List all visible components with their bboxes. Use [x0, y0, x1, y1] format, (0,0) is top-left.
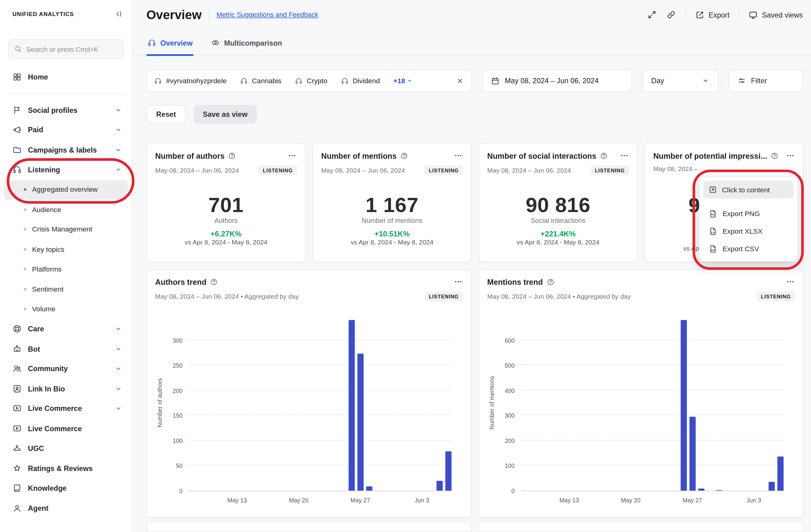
tvplay-icon	[12, 404, 21, 413]
sidebar-subitem-sentiment[interactable]: Sentiment	[4, 279, 128, 299]
sidebar-item-paid[interactable]: Paid	[4, 120, 128, 140]
sidebar-item-live-commerce[interactable]: Live Commerce	[4, 419, 128, 439]
metric-suggestions-link[interactable]: Metric Suggestions and Feedback	[216, 11, 318, 19]
bullet-icon	[24, 228, 26, 231]
sidebar-item-label: UGC	[28, 444, 123, 453]
help-icon[interactable]	[228, 152, 236, 159]
sidebar-item-community[interactable]: Community	[4, 359, 128, 379]
help-icon[interactable]	[210, 278, 218, 286]
menu-item-export-png[interactable]: PNGExport PNG	[703, 205, 793, 222]
sidebar-collapse-button[interactable]	[113, 9, 122, 18]
sidebar-item-label: Home	[28, 73, 123, 81]
bullet-icon	[24, 188, 26, 191]
bar	[768, 482, 775, 491]
date-range-picker[interactable]: May 08, 2024 – Jun 06, 2024	[482, 69, 632, 92]
query-pill-vyrvatnohyzprdele[interactable]: #vyrvatnohyzprdele	[154, 77, 227, 84]
main-content: Overview Metric Suggestions and Feedback…	[132, 0, 811, 532]
chart-menu-button[interactable]	[454, 277, 463, 286]
chart-title: Authors trend	[155, 277, 206, 286]
copy-link-button[interactable]	[666, 10, 676, 20]
card-menu-button[interactable]	[619, 151, 629, 160]
venn-icon	[211, 38, 220, 47]
help-icon[interactable]	[600, 152, 608, 159]
menu-item-export-csv[interactable]: CSVExport CSV	[703, 240, 793, 257]
divider	[739, 9, 739, 21]
sidebar-subitem-audience[interactable]: Audience	[4, 200, 128, 219]
help-icon[interactable]	[547, 278, 554, 286]
sidebar-header: UNIFIED ANALYTICS	[0, 0, 132, 25]
sidebar-subitem-label: Platforms	[32, 265, 62, 273]
sidebar-item-ratings-reviews[interactable]: Ratings & Reviews	[4, 458, 128, 479]
sidebar-subitem-aggregated-overview[interactable]: Aggregated overview	[4, 180, 128, 200]
sidebar-subitem-crisis-management[interactable]: Crisis Management	[4, 219, 128, 239]
tab-overview[interactable]: Overview	[147, 38, 194, 55]
chart-card-authors-trend: Authors trendMay 08, 2024 – Jun 06, 2024…	[147, 269, 472, 517]
sidebar-item-agent[interactable]: Agent	[4, 498, 128, 518]
sidebar-item-social-profiles[interactable]: Social profiles	[4, 100, 128, 120]
bar	[366, 487, 372, 491]
bar	[716, 490, 722, 491]
card-delta: +6.27K%	[155, 230, 297, 238]
chart-subtitle: May 08, 2024 – Jun 06, 2024 • Aggregated…	[155, 293, 299, 300]
sidebar-subitem-volume[interactable]: Volume	[4, 299, 128, 319]
sidebar-item-link-in-bio[interactable]: Link In Bio	[4, 379, 128, 399]
listening-queries-filter[interactable]: #vyrvatnohyzprdeleCannabisCryptoDividend…	[147, 69, 472, 92]
sidebar-item-campaigns-labels[interactable]: Campaigns & labels	[4, 140, 128, 160]
query-pill-crypto[interactable]: Crypto	[295, 77, 327, 84]
card-menu-button[interactable]	[454, 151, 463, 160]
clear-queries-button[interactable]	[456, 77, 464, 84]
search-input[interactable]	[27, 45, 118, 53]
search-box[interactable]	[8, 39, 124, 59]
y-tick-label: 150	[160, 412, 183, 420]
topbar: Overview Metric Suggestions and Feedback…	[132, 0, 811, 30]
query-pill-dividend[interactable]: Dividend	[341, 77, 380, 84]
svg-text:XLSX: XLSX	[710, 231, 716, 233]
plot-area: 0100200300400500600May 13May 20May 27Jun…	[521, 315, 784, 491]
help-icon[interactable]	[770, 152, 778, 159]
fullscreen-button[interactable]	[647, 10, 657, 20]
x-tick-label: May 20	[280, 496, 317, 504]
brand-logo: UNIFIED ANALYTICS	[12, 11, 74, 17]
saved-views-button[interactable]: Saved views	[749, 10, 803, 19]
chart-menu-button[interactable]	[786, 277, 795, 286]
sidebar-item-listening[interactable]: Listening	[4, 160, 128, 180]
menu-item-export-xlsx[interactable]: XLSXExport XLSX	[703, 222, 793, 240]
sidebar-subitem-key-topics[interactable]: Key topics	[4, 239, 128, 260]
granularity-select[interactable]: Day	[642, 69, 719, 92]
query-pill-cannabis[interactable]: Cannabis	[240, 77, 281, 84]
sidebar-item-home[interactable]: Home	[4, 67, 128, 87]
x-tick-label: May 13	[551, 496, 587, 504]
more-queries-button[interactable]: +18	[393, 77, 413, 84]
sidebar-item-care[interactable]: Care	[4, 319, 128, 339]
expand-icon	[647, 10, 657, 20]
card-title: Number of authors	[155, 151, 225, 160]
save-as-view-button[interactable]: Save as view	[194, 105, 257, 123]
filters-row: #vyrvatnohyzprdeleCannabisCryptoDividend…	[147, 69, 804, 92]
sidebar-item-label: Campaigns & labels	[28, 146, 108, 154]
reset-button[interactable]: Reset	[147, 105, 186, 123]
x-tick-label: May 27	[674, 496, 710, 504]
sidebar-item-label: Social profiles	[28, 106, 108, 114]
sidebar-item-knowledge[interactable]: Knowledge	[4, 479, 128, 498]
menu-item-click-to-content[interactable]: Click to content	[703, 181, 793, 199]
card-menu-button[interactable]	[288, 151, 297, 160]
headphones-icon	[12, 165, 21, 174]
x-tick-label: May 27	[342, 496, 378, 504]
sidebar: UNIFIED ANALYTICS HomeSocial profilesPai…	[0, 0, 132, 532]
sidebar-item-live-commerce[interactable]: Live Commerce	[4, 398, 128, 419]
card-menu-button[interactable]	[786, 151, 795, 160]
filter-label: Filter	[751, 76, 767, 85]
y-tick-label: 250	[160, 362, 183, 370]
sidebar-item-bot[interactable]: Bot	[4, 339, 128, 359]
plot-area: 050100150200250300May 13May 20May 27Jun …	[189, 315, 453, 491]
sidebar-item-label: Live Commerce	[28, 404, 108, 413]
export-button[interactable]: Export	[695, 10, 729, 19]
linkbio-icon	[12, 384, 21, 393]
help-icon[interactable]	[400, 152, 408, 159]
tab-multicomparison[interactable]: Multicomparison	[210, 38, 283, 55]
search-icon	[14, 45, 22, 53]
sidebar-subitem-platforms[interactable]: Platforms	[4, 259, 128, 279]
filter-button[interactable]: Filter	[729, 69, 803, 92]
sidebar-item-ugc[interactable]: UGC	[4, 438, 128, 458]
chevron-down-icon	[114, 325, 123, 333]
